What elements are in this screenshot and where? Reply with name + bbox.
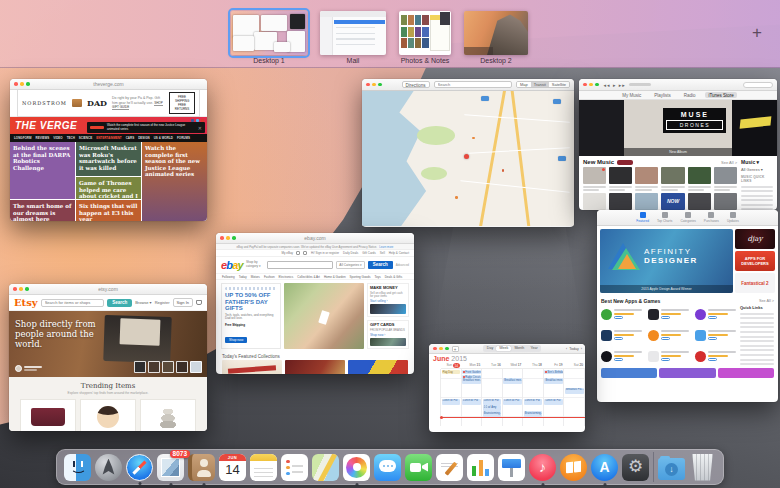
subgenre-dropdown[interactable]: All Genres ▾ [741, 167, 773, 172]
app-price-button[interactable] [708, 358, 717, 361]
directions-button[interactable]: Directions [402, 81, 430, 88]
product-thumb[interactable] [176, 361, 188, 373]
itunes-search-field[interactable] [743, 82, 773, 88]
minimize-button[interactable] [439, 347, 443, 351]
minimize-button[interactable] [20, 82, 24, 86]
search-button[interactable]: Search [368, 261, 393, 269]
calendar-today-nav[interactable]: ‹Today› [566, 347, 582, 351]
learn-more-link[interactable]: Learn more [379, 245, 393, 249]
album-cell[interactable] [583, 193, 606, 210]
dock-item-facetime[interactable] [405, 454, 432, 481]
window-maps[interactable]: Directions MapTransitSatellite [362, 79, 574, 227]
verge-ad-banner[interactable]: NORDSTROM DAD Do right by your Pa & Pop.… [10, 90, 207, 117]
space-photos[interactable]: Photos & Notes [399, 11, 451, 65]
sign-in-button[interactable]: Sign In [173, 298, 193, 307]
window-safari-theverge[interactable]: theverge.com NORDSTROM DAD Do right by y… [10, 79, 207, 221]
window-app-store[interactable]: FeaturedTop ChartsCategoriesPurchasesUpd… [597, 210, 778, 402]
ebay-category-collectibles-art[interactable]: Collectibles & Art [297, 275, 320, 279]
product-thumb[interactable] [148, 361, 160, 373]
verge-nav-science[interactable]: SCIENCE [79, 136, 92, 140]
quick-link-bar[interactable] [740, 322, 774, 324]
app-price-button[interactable] [614, 337, 623, 340]
etsy-search-input[interactable] [41, 299, 104, 307]
minimize-button[interactable] [372, 83, 376, 87]
quick-link-bar[interactable] [741, 195, 773, 197]
verge-story-tile[interactable]: Microsoft Muskrat was Roku's smartwatch … [76, 142, 141, 176]
dock-item-trash[interactable] [689, 454, 716, 481]
shop-now-link[interactable]: Shop now › [370, 333, 406, 337]
itunes-tab-playlists[interactable]: Playlists [651, 92, 674, 98]
album-cell[interactable] [635, 167, 658, 191]
dock-item-messages[interactable] [374, 454, 401, 481]
zoom-button[interactable] [378, 83, 382, 87]
quick-link-bar[interactable] [740, 340, 774, 342]
dock-item-notes[interactable] [250, 454, 277, 481]
maps-mode-transit[interactable]: Transit [531, 82, 549, 87]
ebay-nav-gift-cards[interactable]: Gift Cards [362, 251, 376, 255]
zoom-button[interactable] [26, 82, 30, 86]
window-itunes[interactable]: ◂◂ ▸ ▸▸ My MusicPlaylistsRadioiTunes Sto… [579, 79, 777, 210]
app-item[interactable] [695, 326, 736, 344]
itunes-featured-carousel[interactable]: MUSE DRONES New Album [579, 100, 777, 156]
app-price-button[interactable] [661, 358, 670, 361]
dock-item-sysprefs[interactable]: ⚙ [622, 454, 649, 481]
ebay-logo[interactable]: ebay [221, 259, 243, 271]
ebay-category-following[interactable]: Following [222, 275, 235, 279]
promo-tile[interactable] [718, 368, 774, 378]
all-categories-dropdown[interactable]: All Categories ▾ [336, 261, 364, 269]
etsy-hero[interactable]: Shop directly from people around the wor… [9, 311, 207, 377]
dock-item-ibooks[interactable] [560, 454, 587, 481]
minimize-button[interactable] [19, 287, 23, 291]
close-button[interactable] [366, 83, 370, 87]
collection-card[interactable] [348, 360, 408, 374]
zoom-button[interactable] [232, 236, 236, 240]
product-thumb[interactable] [134, 361, 146, 373]
close-button[interactable] [220, 236, 224, 240]
verge-nav-tech[interactable]: TECH [67, 136, 75, 140]
trending-item[interactable] [80, 399, 136, 431]
all-day-event[interactable]: Front Garden… [462, 370, 481, 374]
dock-item-numbers[interactable] [467, 454, 494, 481]
dock-item-downloads[interactable] [658, 458, 685, 480]
verge-story-tile[interactable]: The smart home of our dreams is almost h… [10, 200, 75, 221]
ebay-category-toys[interactable]: Toys [374, 275, 380, 279]
window-calendar[interactable]: + DayWeekMonthYear ‹Today› June 2015 Sun… [429, 344, 585, 432]
product-thumb[interactable] [162, 361, 174, 373]
start-selling-link[interactable]: Start selling › [370, 299, 406, 303]
calendar-event[interactable]: Breakfast mee… [544, 378, 563, 384]
carousel-item-muse-drones[interactable]: MUSE DRONES New Album [624, 100, 733, 156]
my-ebay-link[interactable]: My eBay [281, 251, 293, 255]
calendar-view-year[interactable]: Year [527, 346, 540, 352]
calendar-event[interactable]: Lunch w/ Pat [483, 399, 502, 405]
itunes-tab-itunes-store[interactable]: iTunes Store [705, 92, 736, 98]
volume-slider[interactable] [629, 83, 651, 86]
album-cell[interactable] [609, 167, 632, 191]
quick-link-bar[interactable] [740, 359, 774, 361]
album-cell[interactable]: NOW [661, 193, 684, 210]
space-desktop1[interactable]: Desktop 1 [231, 11, 307, 65]
verge-nav-entertainment[interactable]: ENTERTAINMENT [96, 136, 121, 140]
album-cell[interactable] [714, 193, 737, 210]
dock-item-calendar[interactable]: JUN14 [219, 454, 246, 481]
app-item[interactable] [648, 326, 689, 344]
space-thumbnail-mail[interactable] [320, 11, 386, 55]
fathers-day-promo[interactable]: UP TO 50% OFFFATHER'S DAYGIFTS Tech, too… [221, 283, 281, 349]
ebay-search-input[interactable] [267, 261, 333, 269]
verge-nav-longform[interactable]: LONGFORM [14, 136, 32, 140]
close-button[interactable] [13, 287, 17, 291]
all-day-event[interactable]: Flag Day [442, 370, 461, 374]
quick-link-bar[interactable] [741, 186, 773, 188]
collection-card[interactable] [222, 360, 282, 374]
carousel-item-right[interactable] [732, 100, 777, 156]
app-price-button[interactable] [661, 337, 670, 340]
cart-icon[interactable] [196, 300, 202, 305]
quick-link-bar[interactable] [740, 349, 774, 351]
quick-link-bar[interactable] [740, 354, 774, 356]
minimize-button[interactable] [226, 236, 230, 240]
quick-link-bar[interactable] [740, 336, 774, 338]
make-money-promo[interactable]: MAKE MONEY Sell on eBay and get cash for… [367, 283, 409, 317]
ebay-category-sporting-goods[interactable]: Sporting Goods [350, 275, 371, 279]
prev-icon[interactable]: ‹ [566, 347, 567, 351]
map-pin-icon[interactable] [464, 154, 469, 159]
verge-story-tile[interactable]: Behind the scenes at the final DARPA Rob… [10, 142, 75, 199]
